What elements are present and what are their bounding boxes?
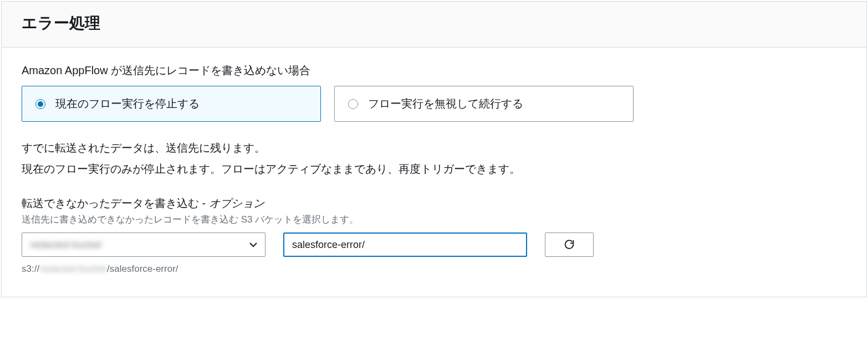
description-line-1: すでに転送されたデータは、送信先に残ります。 xyxy=(22,137,846,158)
unwritten-label-optional: オプション xyxy=(209,197,264,209)
caret-down-icon xyxy=(249,242,257,247)
s3-path-display: s3://redacted-bucket/salesforce-error/ xyxy=(22,264,846,275)
unwritten-controls-row: redacted-bucket xyxy=(22,232,846,257)
radio-stop-flow[interactable]: 現在のフロー実行を停止する xyxy=(22,86,321,122)
s3-bucket-select-value: redacted-bucket xyxy=(30,239,101,251)
s3-path-bucket: redacted-bucket xyxy=(39,264,107,274)
refresh-icon xyxy=(563,239,575,251)
s3-path-prefix: s3:// xyxy=(22,264,39,274)
panel-body: Amazon AppFlow が送信先にレコードを書き込めない場合 現在のフロー… xyxy=(2,48,866,297)
panel-header: エラー処理 xyxy=(2,2,866,48)
radio-ignore-continue-label: フロー実行を無視して続行する xyxy=(368,96,523,111)
radio-icon xyxy=(35,99,45,109)
refresh-button[interactable] xyxy=(545,232,594,257)
panel-title: エラー処理 xyxy=(22,13,846,34)
unwritten-data-label: 転送できなかったデータを書き込む - オプション xyxy=(22,196,846,211)
unwritten-label-sep: - xyxy=(199,197,209,209)
s3-bucket-select[interactable]: redacted-bucket xyxy=(22,232,265,257)
radio-ignore-continue[interactable]: フロー実行を無視して続行する xyxy=(334,86,634,122)
error-handling-panel: エラー処理 Amazon AppFlow が送信先にレコードを書き込めない場合 … xyxy=(1,1,867,297)
unwritten-data-hint: 送信先に書き込めできなかったレコードを書き込む S3 バケットを選択します。 xyxy=(22,213,846,226)
description-line-2: 現在のフロー実行のみが停止されます。フローはアクティブなままであり、再度トリガー… xyxy=(22,158,846,179)
s3-prefix-input[interactable] xyxy=(283,232,527,257)
write-fail-radio-group: 現在のフロー実行を停止する フロー実行を無視して続行する xyxy=(22,86,846,122)
radio-icon xyxy=(348,99,358,109)
unwritten-label-main: 転送できなかったデータを書き込む xyxy=(22,197,199,209)
behavior-description: すでに転送されたデータは、送信先に残ります。 現在のフロー実行のみが停止されます… xyxy=(22,137,846,179)
write-fail-label: Amazon AppFlow が送信先にレコードを書き込めない場合 xyxy=(22,63,846,78)
s3-path-suffix: salesforce-error/ xyxy=(110,264,178,274)
radio-stop-flow-label: 現在のフロー実行を停止する xyxy=(55,96,200,111)
